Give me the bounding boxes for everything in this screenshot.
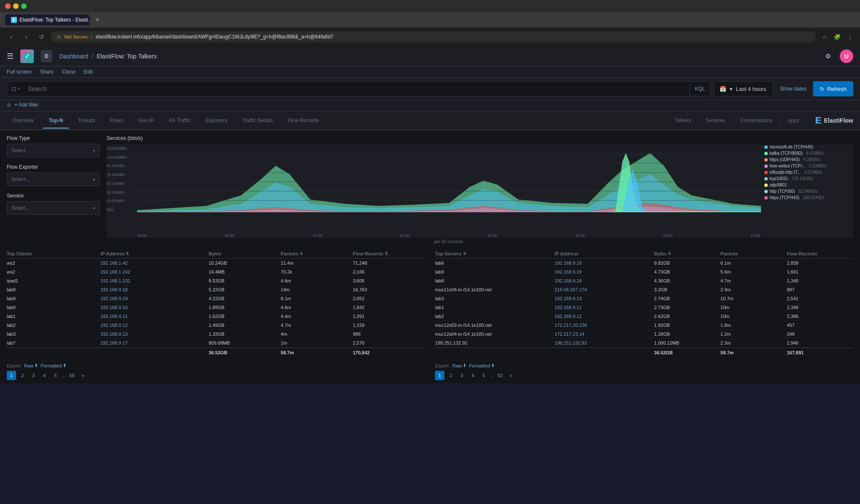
server-ip[interactable]: 198.251.132.92 [554, 340, 654, 345]
flow-exporter-select[interactable]: Select... ▾ [7, 173, 100, 186]
client-ip[interactable]: 192.168.9.18 [100, 287, 209, 292]
kql-badge[interactable]: KQL [689, 82, 710, 96]
client-bytes: 5.22GB [209, 287, 281, 292]
ef-label: ElastiFlow [824, 117, 853, 124]
chart-area: 133.51MB/s 114.44MB/s 95.37MB/s 76.29MB/… [107, 145, 853, 238]
client-ip[interactable]: 192.168.9.19 [100, 296, 209, 301]
server-ip[interactable]: 172.217.20.238 [554, 323, 654, 328]
server-ip[interactable]: 192.168.9.12 [554, 314, 654, 319]
full-screen-link[interactable]: Full screen [7, 69, 32, 75]
back-button[interactable]: ‹ [5, 31, 17, 43]
server-bytes: 9.82GB [654, 260, 721, 266]
server-ip[interactable]: 192.168.9.18 [554, 278, 654, 283]
tab-exporters[interactable]: Exporters [200, 113, 233, 129]
client-packets: 4.7m [281, 323, 353, 328]
servers-export-formatted[interactable]: Formatted ⬇ [469, 363, 495, 368]
servers-page-2[interactable]: 2 [446, 371, 455, 380]
tab-traffic-details[interactable]: Traffic Details [236, 113, 279, 129]
add-filter-button[interactable]: + Add filter [14, 102, 39, 108]
bookmark-icon[interactable]: ☆ [819, 32, 830, 42]
tab-flow-records[interactable]: Flow Records [282, 113, 325, 129]
breadcrumb-parent[interactable]: Dashboard [59, 53, 88, 60]
servers-export-raw[interactable]: Raw ⬇ [452, 363, 466, 368]
flow-type-select[interactable]: Select... ▾ [7, 144, 100, 157]
server-ip[interactable]: 192.168.9.16 [554, 260, 654, 266]
close-button[interactable] [5, 3, 11, 9]
tab-talkers[interactable]: Talkers [669, 113, 697, 129]
client-name: lab8 [7, 287, 100, 292]
tab-apps[interactable]: Apps [782, 113, 805, 129]
refresh-button[interactable]: ↻ Refresh [813, 81, 853, 96]
server-name: lab3 [435, 296, 554, 301]
legend-dot-3 [764, 164, 768, 168]
clients-export-raw[interactable]: Raw ⬇ [24, 363, 38, 368]
extensions-icon[interactable]: 🧩 [832, 32, 842, 42]
settings-icon[interactable]: ⚙ [821, 49, 835, 63]
clients-page-next[interactable]: » [78, 371, 88, 380]
client-ip[interactable]: 192.168.1.242 [100, 269, 209, 274]
client-ip[interactable]: 192.168.9.10 [100, 305, 209, 310]
clients-page-5[interactable]: 5 [51, 371, 60, 380]
servers-page-5[interactable]: 5 [479, 371, 488, 380]
hamburger-menu[interactable]: ☰ [7, 52, 14, 61]
maximize-button[interactable] [21, 3, 27, 9]
clone-link[interactable]: Clone [62, 69, 75, 75]
clients-page-4[interactable]: 4 [40, 371, 49, 380]
tab-geo-ip[interactable]: Geo IP [132, 113, 160, 129]
new-tab-button[interactable]: + [91, 14, 103, 26]
edit-link[interactable]: Edit [84, 69, 93, 75]
service-select[interactable]: Select... ▾ [7, 201, 100, 215]
server-ip[interactable]: 192.168.9.11 [554, 305, 654, 310]
client-ip[interactable]: 192.168.9.12 [100, 323, 209, 328]
servers-page-1[interactable]: 1 [435, 371, 444, 380]
clients-page-1[interactable]: 1 [7, 371, 16, 380]
clients-footer: Export: Raw ⬇ Formatted ⬇ 1 2 3 4 5 ... … [7, 363, 425, 380]
client-packets: 4.4m [281, 314, 353, 319]
tab-conversations[interactable]: Conversations [734, 113, 779, 129]
clients-page-2[interactable]: 2 [18, 371, 27, 380]
servers-page-4[interactable]: 4 [468, 371, 477, 380]
server-bytes: 3.2GB [654, 287, 721, 292]
forward-button[interactable]: › [20, 31, 32, 43]
client-ip[interactable]: 192.168.9.11 [100, 314, 209, 319]
time-picker[interactable]: 📅 ▾ Last 4 hours [714, 81, 773, 96]
user-avatar-small[interactable]: D [41, 50, 52, 62]
server-ip[interactable]: 192.168.9.19 [554, 269, 654, 274]
client-ip[interactable]: 192.168.9.13 [100, 331, 209, 337]
server-ip[interactable]: 192.168.9.13 [554, 296, 654, 301]
servers-page-last[interactable]: 52 [496, 371, 505, 380]
clients-pagination: 1 2 3 4 5 ... 55 » [7, 371, 425, 380]
show-dates-button[interactable]: Show dates [777, 86, 810, 92]
tab-overview[interactable]: Overview [7, 113, 40, 129]
search-input[interactable] [25, 85, 689, 92]
tab-threats[interactable]: Threats [72, 113, 101, 129]
filter-toggle-icon[interactable]: ⊕ [7, 102, 11, 108]
client-ip[interactable]: 192.168.1.42 [100, 260, 209, 266]
minimize-button[interactable] [13, 3, 19, 9]
tab-flows[interactable]: Flows [104, 113, 129, 129]
active-tab[interactable]: E ElastiFlow: Top Talkers - Elasti... ✕ [5, 14, 90, 25]
search-dropdown[interactable]: ⊡ ▾ [7, 85, 25, 92]
tab-services[interactable]: Services [700, 113, 731, 129]
user-profile-button[interactable]: U [840, 49, 853, 63]
server-bytes: 1.92GB [654, 323, 721, 328]
tab-top-n[interactable]: Top-N [43, 113, 69, 129]
address-bar: ‹ › ↺ ⚠ Not Secure | elastiflow.irobert.… [0, 27, 860, 46]
client-ip[interactable]: 192.168.9.17 [100, 340, 209, 345]
server-packets: 10m [720, 314, 787, 319]
legend-value-5: 726.13KB/s [791, 176, 813, 181]
reload-button[interactable]: ↺ [36, 31, 47, 43]
url-bar[interactable]: ⚠ Not Secure | elastiflow.irobert.info/a… [51, 31, 816, 42]
clients-page-3[interactable]: 3 [29, 371, 38, 380]
servers-page-3[interactable]: 3 [457, 371, 466, 380]
servers-page-next[interactable]: » [507, 371, 516, 380]
server-ip[interactable]: 216.58.207.174 [554, 287, 654, 292]
tab-as-traffic[interactable]: AS Traffic [163, 113, 197, 129]
client-ip[interactable]: 192.168.1.232 [100, 278, 209, 283]
clients-export-formatted[interactable]: Formatted ⬇ [41, 363, 66, 368]
share-link[interactable]: Share [40, 69, 54, 75]
server-ip[interactable]: 172.217.23.14 [554, 331, 654, 337]
menu-icon[interactable]: ⋮ [845, 32, 855, 42]
clients-page-last[interactable]: 55 [67, 371, 77, 380]
search-container: ⊡ ▾ KQL [7, 81, 711, 96]
